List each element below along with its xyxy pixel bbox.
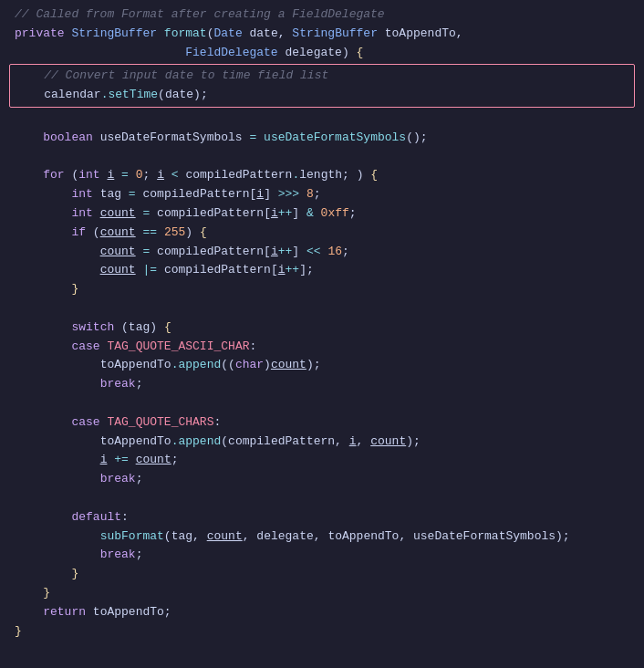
code-line: int tag = compiledPattern[i] >>> 8;	[0, 185, 644, 204]
code-line: }	[0, 280, 644, 299]
code-line	[0, 394, 644, 413]
code-line	[0, 299, 644, 318]
code-line: int count = compiledPattern[i++] & 0xff;	[0, 204, 644, 224]
code-line: }	[0, 584, 644, 603]
code-line: if (count == 255) {	[0, 224, 644, 243]
code-line: subFormat(tag, count, delegate, toAppend…	[0, 527, 644, 547]
code-line: count = compiledPattern[i++] << 16;	[0, 243, 644, 262]
code-line	[0, 148, 644, 167]
highlight-region: // Convert input date to time field list…	[9, 64, 635, 108]
code-line: boolean useDateFormatSymbols = useDateFo…	[0, 129, 644, 148]
code-line: break;	[0, 546, 644, 565]
code-line: case TAG_QUOTE_ASCII_CHAR:	[0, 338, 644, 357]
code-line: toAppendTo.append(compiledPattern, i, co…	[0, 433, 644, 452]
code-line: i += count;	[0, 451, 644, 470]
code-editor: // Called from Format after creating a F…	[0, 0, 644, 646]
code-line: FieldDelegate delegate) {	[0, 44, 644, 63]
code-line: break;	[0, 375, 644, 394]
code-line	[0, 489, 644, 508]
code-line: for (int i = 0; i < compiledPattern.leng…	[0, 166, 644, 185]
code-line: // Convert input date to time field list	[10, 67, 634, 86]
code-line: switch (tag) {	[0, 318, 644, 338]
code-line	[0, 110, 644, 129]
code-line: // Called from Format after creating a F…	[0, 5, 644, 25]
code-line: private StringBuffer format(Date date, S…	[0, 25, 644, 44]
code-line: }	[0, 622, 644, 642]
code-line: calendar.setTime(date);	[10, 86, 634, 105]
code-line: default:	[0, 508, 644, 527]
code-line: }	[0, 565, 644, 584]
code-line: break;	[0, 470, 644, 489]
code-line: case TAG_QUOTE_CHARS:	[0, 413, 644, 433]
code-line: return toAppendTo;	[0, 603, 644, 622]
code-line: count |= compiledPattern[i++];	[0, 261, 644, 280]
code-line: toAppendTo.append((char)count);	[0, 356, 644, 375]
